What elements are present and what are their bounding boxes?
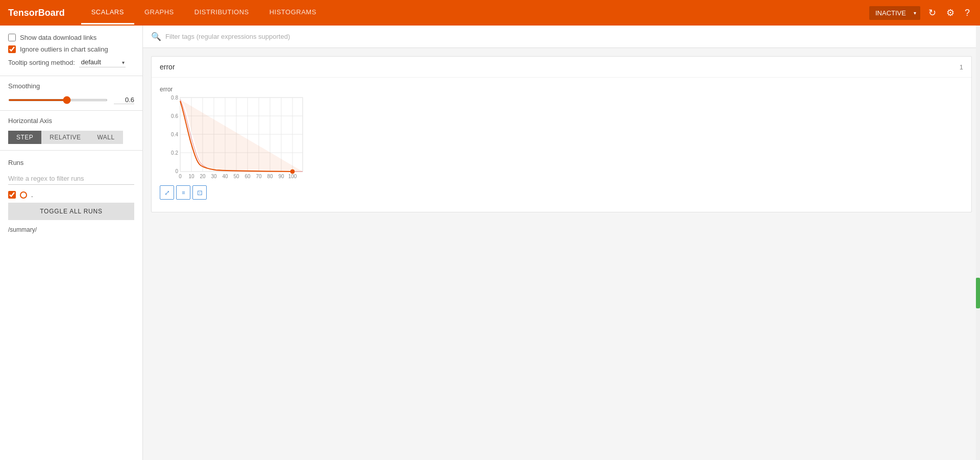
runs-filter-input[interactable] [8,173,134,185]
show-data-download-option[interactable]: Show data download links [8,34,134,41]
help-button[interactable]: ? [963,6,972,20]
refresh-button[interactable]: ↻ [926,5,938,20]
navbar-right: INACTIVE ▾ ↻ ⚙ ? [869,5,972,20]
svg-point-34 [290,170,295,174]
runs-title: Runs [8,159,134,166]
nav-links: SCALARS GRAPHS DISTRIBUTIONS HISTOGRAMS [81,1,327,25]
svg-text:90: 90 [278,174,284,179]
inactive-wrapper: INACTIVE ▾ [869,6,920,20]
chart-title: error [160,86,963,93]
toggle-all-runs-button[interactable]: TOGGLE ALL RUNS [8,203,134,220]
show-data-download-label: Show data download links [20,34,96,41]
axis-step-button[interactable]: STEP [8,131,41,144]
svg-text:50: 50 [233,174,239,179]
ignore-outliers-checkbox[interactable] [8,45,16,53]
run-item: . [8,191,134,199]
smoothing-slider-row [8,96,134,104]
run-checkbox[interactable] [8,191,16,199]
navbar: TensorBoard SCALARS GRAPHS DISTRIBUTIONS… [0,0,980,26]
svg-text:0: 0 [175,168,178,174]
chart-container: error [160,82,963,204]
scrollbar-thumb [976,278,980,308]
sidebar-options-section: Show data download links Ignore outliers… [8,34,134,67]
smoothing-title: Smoothing [8,82,134,90]
search-icon: 🔍 [151,32,161,41]
zoom-chart-button[interactable]: ⊡ [192,185,207,200]
svg-text:0.6: 0.6 [171,113,178,119]
divider-2 [0,110,142,111]
error-card: error 1 error [151,56,972,212]
nav-scalars[interactable]: SCALARS [81,1,134,25]
right-scrollbar[interactable] [976,26,980,460]
filter-input[interactable] [165,33,972,40]
main-content: 🔍 error 1 error [143,26,980,460]
svg-text:70: 70 [256,174,262,179]
horizontal-axis-section: Horizontal Axis STEP RELATIVE WALL [8,117,134,144]
svg-text:30: 30 [211,174,217,179]
ignore-outliers-option[interactable]: Ignore outliers in chart scaling [8,45,134,53]
svg-text:20: 20 [200,174,206,179]
toggle-lines-button[interactable]: ≡ [176,185,190,200]
settings-button[interactable]: ⚙ [944,5,957,20]
nav-histograms[interactable]: HISTOGRAMS [259,1,327,25]
svg-text:0.4: 0.4 [171,132,178,137]
svg-text:0: 0 [179,174,182,179]
smoothing-value-input[interactable] [114,96,134,104]
tooltip-sorting-row: Tooltip sorting method: default ascendin… [8,57,134,67]
runs-section: Runs . TOGGLE ALL RUNS /summary/ [8,159,134,235]
summary-label: /summary/ [8,224,134,235]
tooltip-sorting-select[interactable]: default ascending descending nearest [79,57,126,67]
error-chart-svg: 0.8 0.6 0.4 0.2 0 0 10 20 30 40 50 [160,95,308,182]
card-header: error 1 [152,57,971,78]
horizontal-axis-title: Horizontal Axis [8,117,134,125]
svg-text:60: 60 [244,174,251,179]
smoothing-slider[interactable] [8,99,108,101]
divider-1 [0,76,142,76]
expand-chart-button[interactable]: ⤢ [160,185,174,200]
sidebar: Show data download links Ignore outliers… [0,26,143,460]
axis-relative-button[interactable]: RELATIVE [41,131,89,144]
svg-text:40: 40 [222,174,228,179]
show-data-download-checkbox[interactable] [8,34,16,41]
svg-text:100: 100 [288,174,297,179]
chart-svg-wrapper: 0.8 0.6 0.4 0.2 0 0 10 20 30 40 50 [160,95,963,183]
divider-3 [0,150,142,151]
axis-buttons-group: STEP RELATIVE WALL [8,131,134,144]
svg-text:0.8: 0.8 [171,95,178,101]
nav-graphs[interactable]: GRAPHS [134,1,184,25]
card-body: error [152,78,971,212]
run-color-dot [20,191,27,199]
axis-wall-button[interactable]: WALL [89,131,122,144]
chart-icons-row: ⤢ ≡ ⊡ [160,185,963,200]
tooltip-sorting-label: Tooltip sorting method: [8,59,75,66]
svg-text:10: 10 [188,174,194,179]
brand-logo: TensorBoard [8,8,65,18]
card-title: error [160,63,175,71]
smoothing-section: Smoothing [8,82,134,104]
run-name: . [31,191,33,199]
filter-bar: 🔍 [143,26,980,48]
nav-distributions[interactable]: DISTRIBUTIONS [184,1,259,25]
svg-text:0.2: 0.2 [171,150,178,156]
svg-text:80: 80 [267,174,273,179]
app-layout: Show data download links Ignore outliers… [0,26,980,460]
ignore-outliers-label: Ignore outliers in chart scaling [20,45,108,53]
card-count: 1 [960,63,963,71]
inactive-dropdown[interactable]: INACTIVE [869,6,920,20]
